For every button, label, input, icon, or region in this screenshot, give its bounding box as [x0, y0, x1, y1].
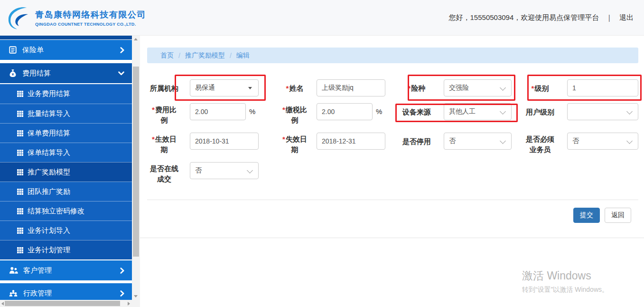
level-input[interactable] [567, 79, 638, 96]
content-bottom-divider [140, 238, 644, 238]
sidebar-item-insurance-policy[interactable]: 保险单 [0, 40, 132, 60]
sidebar-partial-item[interactable] [0, 36, 132, 39]
money-bag-icon: ¥ [9, 69, 17, 77]
sidebar-menu: 保险单 ¥ 费用结算 业务费用结算 [0, 36, 132, 300]
required-asterisk: * [408, 84, 411, 92]
required-asterisk: * [152, 106, 155, 114]
logout-link[interactable]: 退出 [619, 13, 634, 22]
field-label-effective-date: *生效日 期 [149, 134, 180, 155]
required-asterisk: * [282, 135, 285, 143]
require-salesman-select[interactable]: 否 [567, 133, 638, 150]
required-asterisk: * [152, 135, 155, 143]
sidebar-item-biz-plan-import[interactable]: 业务计划导入 [0, 221, 132, 240]
breadcrumb-promo-reward-model[interactable]: 推广奖励模型 [185, 51, 225, 60]
online-deal-select[interactable]: 否 [190, 162, 259, 179]
device-source-select[interactable]: 其他人工 [444, 103, 512, 120]
chevron-down-icon [118, 71, 124, 76]
svg-text:¥: ¥ [12, 72, 14, 77]
field-label-name: *姓名 [279, 83, 310, 94]
customers-icon [9, 267, 18, 274]
sidebar-item-batch-settlement-import[interactable]: 批量结算导入 [0, 104, 132, 123]
breadcrumb-separator: / [230, 52, 232, 59]
sidebar-item-biz-fee-settlement[interactable]: 业务费用结算 [0, 84, 132, 104]
field-label-require-salesman: 是否必须 业务员 [524, 134, 556, 155]
chevron-right-icon [120, 268, 124, 274]
sidebar-item-label: 客户管理 [23, 266, 115, 275]
grid-icon [17, 189, 23, 195]
field-label-insurance-type: *险种 [401, 83, 432, 94]
sidebar-item-policy-fee-settlement[interactable]: 保单费用结算 [0, 123, 132, 143]
field-label-user-level: 用户级别 [524, 107, 556, 117]
scroll-down-arrow-icon[interactable] [134, 295, 138, 297]
sidebar-item-settlement-password-change[interactable]: 结算独立密码修改 [0, 201, 132, 221]
sidebar-horizontal-scrollbar[interactable] [0, 300, 132, 307]
scroll-right-arrow-icon[interactable] [128, 302, 130, 306]
edit-form: 所属机构 易保通 *姓名 *险种 交强险 *级别 *费用比 例 % *缴税比 例… [140, 67, 644, 200]
field-label-is-disabled: 是否停用 [401, 136, 432, 147]
back-button[interactable]: 返回 [605, 208, 631, 223]
vertical-scrollbar-thumb[interactable] [133, 67, 139, 257]
company-name-en: QINGDAO COUNTNET TECHNOLOGY CO.,LTD. [35, 22, 146, 27]
sidebar-item-label: 推广奖励模型 [28, 168, 70, 177]
org-select[interactable]: 易保通 [190, 79, 259, 96]
scrollbar-corner [132, 300, 140, 307]
tax-ratio-input[interactable] [317, 103, 373, 120]
grid-icon [17, 208, 23, 214]
sidebar-item-label: 结算独立密码修改 [28, 207, 84, 216]
grid-icon [17, 228, 23, 234]
sidebar-item-fee-settlement[interactable]: ¥ 费用结算 [0, 63, 132, 83]
sidebar-submenu: 业务费用结算 批量结算导入 保单费用结算 保单结算导入 推广奖励模型 [0, 84, 132, 259]
scroll-up-arrow-icon[interactable] [134, 38, 138, 40]
is-disabled-select[interactable]: 否 [444, 133, 512, 150]
field-label-fee-ratio: *费用比 例 [149, 105, 180, 125]
breadcrumb-current-edit: 编辑 [236, 51, 250, 60]
sidebar-item-label: 批量结算导入 [28, 109, 70, 118]
fee-ratio-input[interactable] [190, 103, 246, 120]
name-input[interactable] [317, 79, 385, 96]
sidebar-item-label: 费用结算 [22, 69, 113, 78]
sidebar-item-customer-management[interactable]: 客户管理 [0, 260, 132, 280]
header-divider: ｜ [606, 13, 613, 22]
field-label-expire-date: *失效日 期 [279, 134, 310, 155]
sidebar-item-admin-management[interactable]: 行政管理 [0, 283, 132, 300]
percent-suffix: % [376, 107, 382, 115]
grid-icon [17, 247, 23, 253]
breadcrumb: 首页 / 推广奖励模型 / 编辑 [147, 48, 638, 63]
sidebar: 保险单 ¥ 费用结算 业务费用结算 [0, 36, 140, 307]
sidebar-item-team-promo-reward[interactable]: 团队推广奖励 [0, 182, 132, 201]
horizontal-scrollbar-thumb[interactable] [5, 301, 120, 306]
admin-group-icon [9, 289, 18, 297]
company-name-cn: 青岛康特网络科技有限公司 [35, 9, 146, 20]
user-level-select[interactable] [567, 103, 638, 120]
effective-date-input[interactable] [190, 133, 259, 150]
grid-icon [17, 91, 23, 97]
sidebar-item-label: 团队推广奖励 [28, 187, 70, 196]
grid-icon [17, 111, 23, 117]
sidebar-item-label: 业务计划导入 [28, 226, 70, 235]
watermark-line1: 激活 Windows [522, 269, 608, 283]
field-label-online-deal: 是否在线 成交 [149, 163, 180, 184]
chevron-right-icon [120, 47, 124, 53]
field-label-level: *级别 [524, 83, 556, 94]
submit-button[interactable]: 提交 [573, 208, 600, 223]
breadcrumb-home[interactable]: 首页 [160, 51, 174, 60]
watermark-line2: 转到“设置”以激活 Windows。 [522, 286, 608, 294]
grid-icon [17, 130, 23, 136]
sidebar-vertical-scrollbar[interactable] [132, 36, 140, 300]
grid-icon [17, 169, 23, 175]
sidebar-item-label: 行政管理 [23, 289, 115, 298]
main-content: 首页 / 推广奖励模型 / 编辑 所属机构 易保通 *姓名 *险种 交强险 *级… [140, 36, 644, 307]
insurance-type-select[interactable]: 交强险 [444, 79, 512, 96]
sidebar-item-policy-settlement-import[interactable]: 保单结算导入 [0, 143, 132, 162]
app-header: 青岛康特网络科技有限公司 QINGDAO COUNTNET TECHNOLOGY… [0, 0, 644, 36]
required-asterisk: * [532, 84, 534, 92]
company-logo[interactable]: 青岛康特网络科技有限公司 QINGDAO COUNTNET TECHNOLOGY… [5, 4, 146, 31]
field-label-org: 所属机构 [149, 83, 180, 94]
breadcrumb-separator: / [178, 52, 180, 59]
sidebar-item-promo-reward-model[interactable]: 推广奖励模型 [0, 162, 132, 182]
scroll-left-arrow-icon[interactable] [1, 302, 4, 306]
expire-date-input[interactable] [317, 133, 385, 150]
sidebar-item-biz-plan-manage[interactable]: 业务计划管理 [0, 240, 132, 259]
required-asterisk: * [282, 106, 285, 114]
sidebar-item-label: 保单结算导入 [28, 148, 70, 157]
